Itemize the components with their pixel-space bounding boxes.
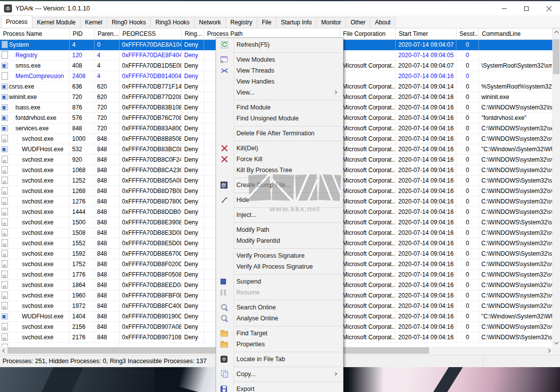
tab-other[interactable]: Other [345, 17, 370, 28]
export-icon [221, 386, 227, 392]
process-name-label: svchost.exe [0, 249, 53, 259]
cell-time: 2020-07-14 09:04:16 [396, 186, 456, 196]
gear-page-file-icon [1, 197, 8, 205]
cell-ring: Deny [182, 186, 204, 196]
column-header-ring[interactable]: Ring... [182, 28, 204, 40]
cell-sess: 0 [456, 207, 479, 217]
menu-item-export[interactable]: Export [216, 384, 343, 392]
cell-time: 2020-07-14 09:04:16 [396, 322, 456, 332]
cell-ppid: 848 [95, 176, 119, 186]
cell-corp [340, 343, 396, 346]
menu-item-find-target[interactable]: Find Target [216, 328, 343, 339]
tab-about[interactable]: About [370, 17, 395, 28]
process-name-label: WUDFHost.exe [0, 311, 63, 321]
menu-item-locate-in-file-tab[interactable]: ⚙Locate in File Tab [216, 354, 343, 365]
cell-corp: Microsoft Corporat... [340, 238, 396, 248]
menu-item-verify-process-signature[interactable]: Verify Process Signature [216, 250, 343, 261]
tab-file[interactable]: File [257, 17, 276, 28]
menu-item-create-dump-file[interactable]: Create Dump File... [216, 180, 343, 191]
cell-corp: Microsoft Corporat... [340, 332, 396, 342]
gear-page-file-icon [1, 302, 8, 309]
cell-cmd: C:\WINDOWS\System32\svc [479, 332, 553, 342]
menu-item-refresh-f5[interactable]: Refresh(F5) [216, 39, 343, 50]
column-header-peorcess[interactable]: PEORCESS [119, 28, 182, 40]
tab-network[interactable]: Network [194, 17, 226, 28]
minimize-button[interactable] [493, 1, 515, 15]
menu-item-modify-path[interactable]: Modify Path [216, 224, 343, 235]
tab-kernel[interactable]: Kernel [80, 17, 108, 28]
column-header-pid[interactable]: PID [70, 28, 95, 40]
window-title: YDArk --- Version: 1.0.1.10 [15, 5, 90, 12]
menu-item-kill-by-process-tree[interactable]: Kill By Process Tree [216, 165, 343, 176]
cell-name: wininit.exe [0, 92, 70, 102]
menu-item-view-handles[interactable]: View Handles [216, 76, 343, 87]
cell-ring: Deny [182, 249, 204, 259]
menu-item-find-module[interactable]: Find Module [216, 102, 343, 113]
menu-item-inject[interactable]: Inject... [216, 209, 343, 220]
column-header-start-timer[interactable]: Start Timer [396, 28, 456, 40]
menu-item-copy[interactable]: Copy... [216, 369, 343, 380]
scroll-left-button[interactable] [0, 347, 7, 354]
app-file-icon [1, 115, 8, 121]
cell-corp: Microsoft Corporat... [340, 301, 396, 311]
cell-eprocess: 0xFFFFA70DB8C0F240 [119, 155, 182, 165]
cell-ppid: 848 [95, 196, 119, 206]
cell-sess: 0 [456, 134, 479, 144]
column-header-paren[interactable]: Paren... [95, 28, 119, 40]
menu-item-label: Analyse Online [236, 315, 278, 322]
menu-item-view-modules[interactable]: View Modules [216, 54, 343, 65]
scroll-right-button[interactable] [545, 347, 553, 354]
tab-startup-info[interactable]: Startup Info [276, 17, 317, 28]
app-file-icon [1, 313, 8, 319]
cell-ring: Deny [182, 176, 204, 186]
menu-item-view-threads[interactable]: View Threads [216, 65, 343, 76]
cell-corp: Microsoft Corporat... [340, 82, 396, 92]
tab-ring3-hooks[interactable]: Ring3 Hooks [150, 17, 195, 28]
column-header-file-corporation[interactable]: File Corporation [340, 28, 396, 40]
menu-item-kill-del[interactable]: Kill(Del) [216, 143, 343, 154]
cell-ppid: 620 [95, 82, 119, 92]
scroll-up-button[interactable] [553, 28, 560, 36]
tab-process[interactable]: Process [1, 15, 32, 28]
wallpaper-right [348, 367, 560, 392]
tab-monitor[interactable]: Monitor [316, 17, 346, 28]
tab-ring0-hooks[interactable]: Ring0 Hooks [107, 17, 151, 28]
column-header-process-name[interactable]: Process Name [0, 28, 70, 40]
close-button[interactable] [538, 1, 560, 15]
menu-item-hide[interactable]: Hide [216, 195, 343, 205]
maximize-button[interactable] [515, 1, 538, 15]
tab-registry[interactable]: Registry [225, 17, 257, 28]
menu-item-label: Kill(Del) [236, 145, 258, 152]
menu-separator [234, 52, 342, 53]
cell-ring: Deny [182, 123, 204, 133]
cell-ppid: 620 [95, 92, 119, 102]
column-header-sesst[interactable]: Sesst... [456, 28, 479, 40]
menu-separator [234, 300, 342, 300]
app-file-icon [1, 125, 8, 131]
menu-item-modify-parentid[interactable]: Modify ParentId [216, 235, 343, 246]
tab-kernel-module[interactable]: Kernel Module [32, 17, 80, 28]
menu-item-label: Find Unsigned Module [236, 115, 299, 122]
scroll-down-button[interactable] [553, 339, 560, 346]
cell-pid: 532 [70, 144, 95, 154]
menu-item-find-unsigned-module[interactable]: Find Unsigned Module [216, 113, 343, 124]
menu-item-delete-file-after-termination[interactable]: Delete File After Termination [216, 128, 343, 139]
menu-item-force-kill[interactable]: Force Kill [216, 154, 343, 165]
cell-corp: Microsoft Corporat... [340, 144, 396, 154]
column-header-commandline[interactable]: CommandLine [479, 28, 553, 40]
menu-item-view[interactable]: View... [216, 87, 343, 98]
vertical-scroll-thumb[interactable] [553, 39, 560, 74]
menu-item-search-online[interactable]: Search Online [216, 302, 343, 313]
vertical-scrollbar[interactable] [553, 28, 560, 346]
menu-item-analyse-online[interactable]: Analyse Online [216, 313, 343, 324]
cell-pid: 1960 [70, 291, 95, 300]
cell-time: 2020-07-14 09:04:16 [396, 71, 456, 81]
menu-item-suspend[interactable]: Suspend [216, 276, 343, 287]
menu-item-verify-all-process-signatrue[interactable]: Verify All Process Signatrue [216, 261, 343, 272]
menu-item-properties[interactable]: Properties [216, 339, 343, 350]
cell-sess: 0 [456, 176, 479, 186]
cell-cmd: C:\WINDOWS\system32\svc [479, 207, 553, 217]
cell-eprocess: 0xFFFFA70DB8D5A080 [119, 176, 182, 186]
cell-pid: 876 [70, 102, 95, 112]
gear-page-file-icon [1, 281, 8, 289]
